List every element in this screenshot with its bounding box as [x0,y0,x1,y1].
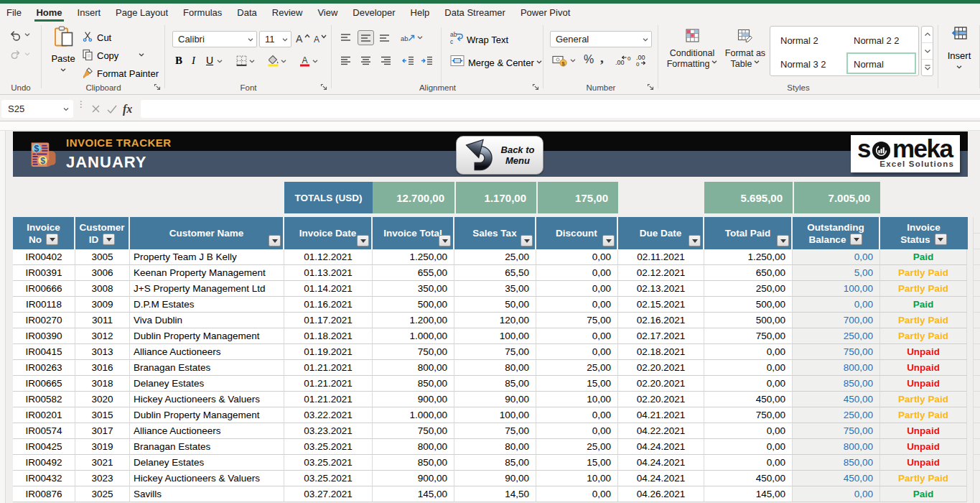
merge-center-button[interactable]: Merge & Center [468,56,534,69]
cell-customer-id[interactable]: 3015 [75,407,130,423]
insert-cells-dropdown[interactable] [956,64,962,70]
cell-discount[interactable]: 0,00 [536,344,618,360]
align-middle-icon[interactable] [358,30,374,45]
cell-invoice-total[interactable]: 800,00 [373,360,454,376]
cell-sales-tax[interactable]: 85,00 [454,376,536,392]
cell-outstanding-balance[interactable]: 800,00 [793,360,880,376]
cell-customer-id[interactable]: 3023 [75,471,130,486]
alignment-launcher-icon[interactable] [531,83,540,91]
comma-style-icon[interactable]: , [600,50,604,66]
cell-due-date[interactable]: 02.17.2021 [618,328,704,344]
ribbon-tab-review[interactable]: Review [264,4,310,22]
cell-invoice-no[interactable]: IR00582 [13,392,75,407]
decrease-decimal-icon[interactable]: .000 [636,54,653,66]
cell-total-paid[interactable]: 1.250,00 [704,249,793,265]
cell-outstanding-balance[interactable]: 0,00 [793,297,880,313]
cell-invoice-status[interactable]: Unpaid [880,344,967,360]
cell-total-paid[interactable]: 0,00 [704,360,793,376]
decrease-indent-icon[interactable] [402,55,415,67]
borders-dropdown[interactable] [249,58,255,64]
cell-invoice-total[interactable]: 655,00 [373,265,454,281]
cell-due-date[interactable]: 04.21.2021 [618,407,704,423]
cell-outstanding-balance[interactable]: 5,00 [793,265,880,281]
cell-invoice-status[interactable]: Paid [880,297,967,313]
cell-customer-name[interactable]: Dublin Property Management [130,328,284,344]
cell-sales-tax[interactable]: 100,00 [454,328,536,344]
cell-invoice-status[interactable]: Partly Paid [880,265,967,281]
cell-customer-id[interactable]: 3025 [75,486,130,502]
cell-invoice-total[interactable]: 500,00 [373,297,454,313]
cell-invoice-total[interactable]: 800,00 [373,439,454,455]
cell-due-date[interactable]: 04.22.2021 [618,423,704,439]
filter-button-customer-name[interactable] [269,235,281,246]
cell-invoice-status[interactable]: Unpaid [880,376,967,392]
cell-sales-tax[interactable]: 35,00 [454,281,536,297]
cell-invoice-no[interactable]: IR00432 [13,471,75,486]
cell-total-paid[interactable]: 450,00 [704,471,793,486]
cell-sales-tax[interactable]: 90,00 [454,392,536,407]
ribbon-tab-formulas[interactable]: Formulas [176,4,230,22]
align-top-icon[interactable] [340,32,352,44]
cell-outstanding-balance[interactable]: 0,00 [793,486,880,502]
filter-button-customer-id[interactable] [103,234,115,245]
cell-invoice-date[interactable]: 01.16.2021 [284,297,373,313]
format-painter-icon[interactable] [82,67,93,78]
cell-due-date[interactable]: 02.11.2021 [618,249,704,265]
cell-invoice-no[interactable]: IR00425 [13,439,75,455]
conditional-formatting-button[interactable]: ConditionalFormatting [663,24,722,70]
cell-invoice-status[interactable]: Unpaid [880,360,967,376]
insert-function-icon[interactable]: fx [123,103,132,116]
cell-customer-name[interactable]: Hickey Auctioneers & Valuers [130,392,284,407]
cell-customer-id[interactable]: 3005 [75,249,130,265]
cell-due-date[interactable]: 02.20.2021 [618,392,704,407]
cell-total-paid[interactable]: 750,00 [704,328,793,344]
cell-invoice-no[interactable]: IR00574 [13,423,75,439]
cell-invoice-date[interactable]: 03.25.2021 [284,439,373,455]
cell-invoice-no[interactable]: IR00201 [13,407,75,423]
redo-button[interactable] [9,48,22,60]
filter-button-discount[interactable] [602,235,615,246]
paste-icon[interactable] [52,26,75,48]
merge-center-dropdown[interactable] [536,59,542,65]
bold-button[interactable]: B [175,54,182,67]
cell-customer-id[interactable]: 3017 [75,423,130,439]
cell-invoice-total[interactable]: 900,00 [373,392,454,407]
fill-color-icon[interactable] [267,55,279,67]
clipboard-launcher-icon[interactable] [153,83,162,91]
cell-discount[interactable]: 75,00 [536,313,618,328]
back-to-menu-button[interactable]: Back toMenu [456,136,543,175]
cell-customer-name[interactable]: Property Team J B Kelly [130,249,284,265]
percent-style-icon[interactable]: % [584,53,594,66]
font-size-combo[interactable]: 11 [259,31,291,47]
filter-button-invoice-total[interactable] [439,235,451,246]
cell-total-paid[interactable]: 145,00 [704,486,793,502]
cell-outstanding-balance[interactable]: 850,00 [793,376,880,392]
cell-customer-name[interactable]: Viva Dublin [130,313,284,328]
cell-customer-id[interactable]: 3018 [75,376,130,392]
cell-total-paid[interactable]: 0,00 [704,423,793,439]
cell-discount[interactable]: 0,00 [536,328,618,344]
cell-due-date[interactable]: 02.20.2021 [618,360,704,376]
cell-outstanding-balance[interactable]: 850,00 [793,455,880,471]
cell-invoice-no[interactable]: IR00270 [13,313,75,328]
font-name-combo[interactable]: Calibri [172,31,257,47]
increase-font-icon[interactable]: A [295,32,311,45]
wrap-text-icon[interactable]: abc [450,31,464,45]
cell-invoice-total[interactable]: 1.250,00 [373,249,454,265]
cell-customer-name[interactable]: Branagan Estates [130,439,284,455]
undo-dropdown[interactable] [24,32,30,37]
cell-invoice-status[interactable]: Partly Paid [880,328,967,344]
cell-invoice-total[interactable]: 1.200,00 [373,313,454,328]
filter-button-outstanding-balance[interactable] [850,234,862,245]
cell-invoice-date[interactable]: 03.23.2021 [284,423,373,439]
cell-invoice-no[interactable]: IR00391 [13,265,75,281]
cell-outstanding-balance[interactable]: 450,00 [793,392,880,407]
cell-discount[interactable]: 0,00 [536,281,618,297]
borders-icon[interactable] [235,55,248,67]
cell-invoice-total[interactable]: 750,00 [373,423,454,439]
cell-customer-name[interactable]: Keenan Property Management [130,265,284,281]
format-as-table-button[interactable]: Format asTable [722,24,769,70]
accounting-format-icon[interactable]: $ [552,53,568,68]
cell-discount[interactable]: 10,00 [536,392,618,407]
cell-discount[interactable]: 0,00 [536,407,618,423]
